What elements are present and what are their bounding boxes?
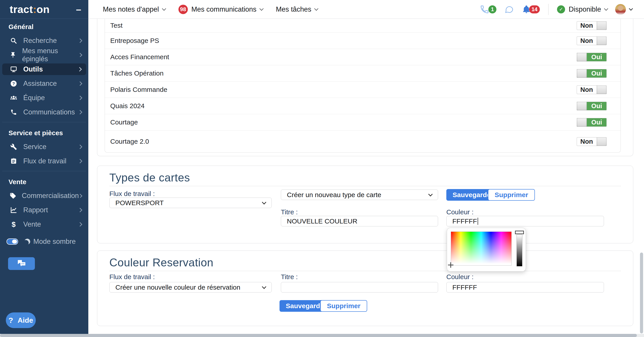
topbar-divider <box>548 4 548 15</box>
workflow-label: Flux de travail : <box>109 190 155 198</box>
sidebar-item-label: Commercialisation <box>22 192 79 200</box>
value-slider-handle[interactable] <box>515 231 524 234</box>
toggle-knob <box>596 21 607 30</box>
chevron-down-icon[interactable] <box>629 6 633 10</box>
call-count-badge: 1 <box>488 5 496 13</box>
menu-mes-taches[interactable]: Mes tâches <box>276 5 318 13</box>
help-button[interactable]: ? Aide <box>6 313 36 328</box>
horizontal-scrollbar-thumb[interactable] <box>0 334 637 337</box>
chevron-right-icon <box>78 222 82 227</box>
sidebar-item-label: Équipe <box>23 94 45 102</box>
dark-mode-toggle[interactable] <box>6 238 18 245</box>
picker-crosshair-icon[interactable]: + <box>448 258 454 271</box>
monitor-icon <box>8 66 19 73</box>
phone-outline-icon[interactable] <box>480 5 489 14</box>
table-row: Courtage 2.0 Non <box>105 130 620 152</box>
sidebar-item-communications[interactable]: Communications <box>0 105 88 119</box>
availability-status[interactable]: ✓ Disponible <box>557 5 608 13</box>
sidebar-item-commercialisation[interactable]: Commercialisation <box>0 189 88 203</box>
sidebar-item-label: Flux de travail <box>23 157 66 165</box>
toggle-courtage[interactable]: Oui <box>577 118 607 127</box>
saturation-canvas[interactable] <box>451 232 512 266</box>
toggle-entreposage-ps[interactable]: Non <box>577 36 607 45</box>
dark-mode-label: Mode sombre <box>33 238 76 246</box>
menu-mes-communications[interactable]: 98 Mes communications <box>178 5 263 14</box>
communications-count-badge: 98 <box>178 5 188 14</box>
dark-mode-row: Mode sombre <box>6 236 88 247</box>
sidebar-item-label: Vente <box>23 220 41 228</box>
toggle-taches-operation[interactable]: Oui <box>577 69 607 78</box>
reservation-couleur-input[interactable]: FFFFFF <box>446 282 604 293</box>
horizontal-scrollbar-track[interactable] <box>0 334 644 337</box>
sidebar-item-outils[interactable]: Outils <box>2 63 86 75</box>
sidebar-item-label: Rapport <box>23 206 48 214</box>
page-title: Types de cartes <box>109 171 190 184</box>
value-slider[interactable] <box>516 235 522 266</box>
titre-label: Titre : <box>281 208 298 216</box>
card-type-action-select[interactable]: Créer un nouveau type de carte <box>281 190 438 200</box>
wrench-icon <box>8 143 19 150</box>
sidebar-item-label: Mes menus épinglés <box>22 47 79 63</box>
titre-input[interactable]: NOUVELLE COULEUR <box>281 216 438 226</box>
sidebar-item-rapport[interactable]: Rapport <box>0 203 88 217</box>
dark-mode-knob <box>12 240 17 244</box>
toggle-polaris-commande[interactable]: Non <box>577 85 607 94</box>
chevron-down-icon <box>262 285 266 289</box>
chat-button[interactable] <box>8 257 35 270</box>
toggle-acces-financement[interactable]: Oui <box>577 53 607 61</box>
sidebar-item-equipe[interactable]: Équipe <box>0 91 88 105</box>
toggle-quais-2024[interactable]: Oui <box>577 102 607 110</box>
section-header-general: Général <box>8 22 88 31</box>
section-title: Couleur Reservation <box>109 256 213 269</box>
section-rule <box>109 271 621 271</box>
table-row: Polaris Commande Non <box>105 82 620 98</box>
tag-icon <box>8 192 18 199</box>
sidebar-item-service[interactable]: Service <box>0 140 88 154</box>
sidebar-item-vente[interactable]: $ Vente <box>0 217 88 232</box>
sidebar-item-mes-menus-epingles[interactable]: Mes menus épinglés <box>0 48 88 62</box>
toggle-courtage-2-0[interactable]: Non <box>577 137 607 146</box>
couleur-reservation-card: Couleur Reservation Flux de travail : Cr… <box>97 251 633 326</box>
sidebar-item-label: Recherche <box>23 37 57 45</box>
sidebar-item-recherche[interactable]: Recherche <box>0 33 88 48</box>
notification-count-badge: 14 <box>529 5 540 13</box>
delete-button[interactable]: Supprimer <box>488 189 535 201</box>
titre-label: Titre : <box>281 273 298 281</box>
couleur-input[interactable]: FFFFFF <box>446 216 604 226</box>
pin-icon <box>8 52 18 58</box>
status-label: Disponible <box>569 5 601 13</box>
chevron-right-icon <box>78 110 82 114</box>
color-picker-popup: + <box>447 228 526 272</box>
help-icon: ? <box>8 80 19 87</box>
toggle-test[interactable]: Non <box>577 21 607 30</box>
delete-button[interactable]: Supprimer <box>320 300 367 312</box>
chevron-right-icon <box>78 159 82 163</box>
sidebar-item-label: Assistance <box>23 79 57 88</box>
workflow-select[interactable]: POWERSPORT <box>109 198 272 208</box>
couleur-label: Couleur : <box>446 208 474 216</box>
sidebar-item-assistance[interactable]: ? Assistance <box>0 76 88 91</box>
app-logo[interactable]: tract:on <box>10 3 50 15</box>
help-button-label: Aide <box>18 316 33 325</box>
sidebar-item-flux-de-travail[interactable]: Flux de travail <box>0 154 88 168</box>
chart-icon <box>8 207 19 214</box>
menu-mes-notes-dappel[interactable]: Mes notes d'appel <box>103 5 166 13</box>
toggle-knob <box>577 102 587 110</box>
sidebar-divider <box>2 171 86 171</box>
sidebar-divider <box>2 122 86 122</box>
workflow-label: Flux de travail : <box>109 273 155 281</box>
text-caret <box>478 218 478 225</box>
section-header-service-et-pieces: Service et pièces <box>8 128 88 137</box>
chevron-right-icon <box>78 208 82 212</box>
user-avatar[interactable] <box>615 4 626 15</box>
chevron-right-icon <box>78 96 82 100</box>
toggle-knob <box>577 118 587 127</box>
toggle-knob <box>596 137 607 146</box>
reservation-titre-input[interactable] <box>281 282 438 293</box>
sidebar-item-label: Communications <box>23 108 75 116</box>
moon-icon <box>24 238 31 245</box>
chat-outline-icon[interactable] <box>504 5 514 14</box>
team-icon <box>8 94 19 102</box>
vertical-scrollbar-thumb[interactable] <box>640 253 643 334</box>
reservation-workflow-select[interactable]: Créer une nouvelle couleur de réservatio… <box>109 282 272 293</box>
